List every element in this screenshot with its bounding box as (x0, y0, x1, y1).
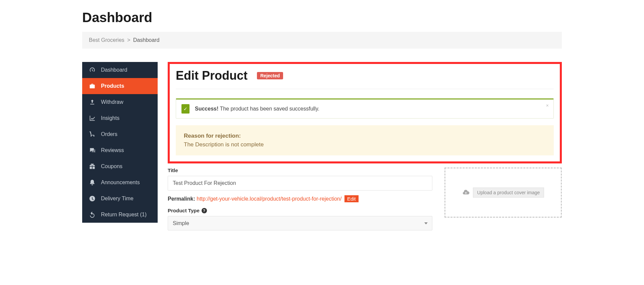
bell-icon (89, 179, 96, 186)
briefcase-icon (89, 83, 96, 89)
undo-icon (89, 211, 96, 218)
sidebar-item-label: Reviewss (101, 147, 124, 153)
permalink-row: Permalink: http://get-your-vehicle.local… (168, 195, 432, 202)
alert-success: ✓ Success! The product has been saved su… (176, 98, 554, 119)
rejection-highlight-box: Edit Product Rejected ✓ Success! The pro… (168, 62, 562, 163)
sidebar-item-label: Products (101, 83, 124, 89)
cloud-upload-icon (462, 189, 470, 196)
alert-rejection-reason: Reason for rejection: The Description is… (176, 125, 554, 155)
sidebar-item-label: Insights (101, 115, 119, 121)
sidebar-item-label: Dashboard (101, 67, 127, 73)
page-title: Dashboard (82, 10, 562, 25)
title-input[interactable] (168, 176, 432, 191)
sidebar-item-label: Delivery Time (101, 196, 133, 202)
sidebar: Dashboard Products Withdraw Insights Ord… (82, 62, 158, 223)
title-label: Title (168, 167, 432, 173)
breadcrumb-separator: > (127, 37, 130, 43)
status-badge-rejected: Rejected (257, 72, 283, 79)
sidebar-item-label: Coupons (101, 163, 122, 169)
rejection-reason-body: The Description is not complete (184, 141, 546, 148)
rejection-reason-title: Reason for rejection: (184, 133, 546, 139)
sidebar-item-orders[interactable]: Orders (82, 126, 158, 142)
gift-icon (89, 163, 96, 170)
permalink-url[interactable]: http://get-your-vehicle.local/product/te… (197, 196, 341, 202)
sidebar-item-delivery-time[interactable]: Delivery Time (82, 191, 158, 207)
sidebar-item-products[interactable]: Products (82, 78, 158, 94)
sidebar-item-dashboard[interactable]: Dashboard (82, 62, 158, 78)
sidebar-item-coupons[interactable]: Coupons (82, 158, 158, 174)
comments-icon (89, 147, 96, 154)
breadcrumb: Best Groceries > Dashboard (82, 32, 562, 49)
edit-product-heading: Edit Product (176, 69, 248, 83)
breadcrumb-store[interactable]: Best Groceries (89, 37, 124, 43)
cart-icon (89, 131, 96, 138)
sidebar-item-announcements[interactable]: Announcements (82, 174, 158, 191)
sidebar-item-label: Withdraw (101, 99, 123, 105)
clock-icon (89, 195, 96, 202)
gauge-icon (89, 67, 96, 73)
sidebar-item-withdraw[interactable]: Withdraw (82, 94, 158, 110)
sidebar-item-label: Return Request (1) (101, 212, 147, 218)
main-content: Edit Product Rejected ✓ Success! The pro… (168, 62, 562, 230)
edit-product-header: Edit Product Rejected (176, 69, 554, 89)
sidebar-item-insights[interactable]: Insights (82, 110, 158, 126)
product-type-label: Product Type ? (168, 208, 432, 213)
product-form: Title Permalink: http://get-your-vehicle… (168, 167, 562, 230)
upload-icon (89, 99, 96, 105)
alert-success-text: Success! The product has been saved succ… (195, 106, 319, 112)
sidebar-item-label: Orders (101, 131, 117, 137)
sidebar-item-return-request[interactable]: Return Request (1) (82, 207, 158, 223)
chart-line-icon (89, 115, 96, 122)
check-icon: ✓ (181, 104, 190, 114)
help-icon[interactable]: ? (202, 208, 207, 213)
sidebar-item-label: Announcements (101, 180, 140, 186)
breadcrumb-current: Dashboard (133, 37, 159, 43)
permalink-edit-button[interactable]: Edit (344, 195, 359, 202)
cover-image-upload[interactable]: Upload a product cover image (444, 167, 562, 218)
permalink-label: Permalink: (168, 196, 195, 202)
product-type-select[interactable]: Simple (168, 216, 432, 230)
close-icon[interactable]: × (546, 103, 549, 108)
upload-cover-button[interactable]: Upload a product cover image (473, 188, 544, 198)
sidebar-item-reviews[interactable]: Reviewss (82, 142, 158, 158)
